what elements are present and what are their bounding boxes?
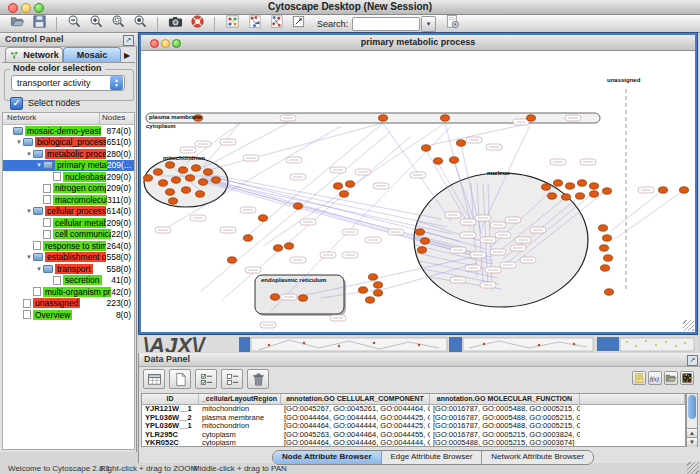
tree-row[interactable]: multi-organism pro42(0) <box>3 286 134 298</box>
network-node[interactable] <box>566 183 575 189</box>
table-row[interactable]: YPL036W__2plasma membrane[GO:0044464, GO… <box>142 414 685 423</box>
unselect-attributes-icon[interactable] <box>221 369 243 389</box>
network-node[interactable] <box>604 255 613 261</box>
network-node[interactable] <box>422 145 431 151</box>
network-node[interactable] <box>369 274 378 280</box>
column-header[interactable] <box>580 394 685 404</box>
tree-column-network[interactable]: Network <box>3 113 100 124</box>
tree-row[interactable]: macromolecule311(0) <box>3 194 134 206</box>
tab-mosaic[interactable]: Mosaic <box>63 47 121 62</box>
tree-row[interactable]: ▼metabolic process280(0) <box>3 148 134 160</box>
network-node[interactable] <box>548 193 557 199</box>
network-node[interactable] <box>159 180 168 186</box>
layout-nodes-icon[interactable] <box>244 14 264 30</box>
network-node[interactable] <box>374 282 383 288</box>
network-node[interactable] <box>590 191 599 197</box>
network-node[interactable] <box>601 265 610 271</box>
network-node[interactable] <box>680 187 689 193</box>
network-node[interactable] <box>182 187 191 193</box>
snapshot-icon[interactable] <box>165 14 185 30</box>
attribute-table-icon[interactable] <box>143 369 165 389</box>
network-node[interactable] <box>554 180 563 186</box>
network-node[interactable] <box>199 179 208 185</box>
table-row[interactable]: YKR052Ccytoplasm[GO:0044464, GO:0044446,… <box>142 439 685 447</box>
notes-icon[interactable] <box>632 371 646 385</box>
tree-row[interactable]: ▼establishment of lo558(0) <box>3 252 134 264</box>
network-node[interactable] <box>204 169 213 175</box>
zoom-selected-icon[interactable] <box>108 14 128 30</box>
expand-arrow-icon[interactable]: ▼ <box>35 162 43 168</box>
close-window-button[interactable] <box>8 3 18 13</box>
column-header[interactable]: ID <box>142 394 199 404</box>
tree-row[interactable]: cell communicat22(0) <box>3 229 134 241</box>
network-node[interactable] <box>374 290 383 296</box>
network-node[interactable] <box>603 235 612 241</box>
network-node[interactable] <box>169 198 178 204</box>
zoom-window-button[interactable] <box>34 3 44 13</box>
network-node[interactable] <box>172 177 181 183</box>
zoom-view-button[interactable] <box>172 39 181 48</box>
network-node[interactable] <box>418 247 427 253</box>
search-input[interactable] <box>352 17 420 31</box>
minimize-view-button[interactable] <box>161 39 170 48</box>
tree-row[interactable]: nitrogen compo209(0) <box>3 183 134 195</box>
network-node[interactable] <box>379 115 388 121</box>
tree-row[interactable]: response to stimul264(0) <box>3 240 134 252</box>
network-node[interactable] <box>186 175 195 181</box>
network-node[interactable] <box>434 158 443 164</box>
tree-row[interactable]: ▼transport558(0) <box>3 263 134 275</box>
open-icon[interactable] <box>7 14 27 30</box>
network-node[interactable] <box>166 189 175 195</box>
network-node[interactable] <box>212 177 221 183</box>
tree-column-nodes[interactable]: Nodes <box>100 113 134 124</box>
tree-row[interactable]: nucleobase-209(0) <box>3 171 134 183</box>
expand-arrow-icon[interactable]: ▼ <box>25 208 33 214</box>
network-node[interactable] <box>346 181 355 187</box>
annotation-icon[interactable] <box>288 14 308 30</box>
network-node[interactable] <box>578 180 587 186</box>
expand-arrow-icon[interactable]: ▼ <box>35 266 43 272</box>
network-node[interactable] <box>144 175 153 181</box>
scrollbar-thumb[interactable] <box>688 395 696 419</box>
network-node[interactable] <box>542 184 551 190</box>
tree-row[interactable]: ▼biological_process651(0) <box>3 137 134 149</box>
plugin-icon[interactable] <box>442 14 462 30</box>
layout-edges-icon[interactable] <box>266 14 286 30</box>
network-view-titlebar[interactable]: primary metabolic process <box>141 35 695 51</box>
table-row[interactable]: YPL036W__1mitochondrion[GO:0044464, GO:0… <box>142 422 685 431</box>
network-canvas[interactable]: plasma membranecytoplasmmitochondrionnuc… <box>141 51 695 332</box>
network-node[interactable] <box>299 295 308 301</box>
network-node[interactable] <box>274 245 283 251</box>
zoom-fit-icon[interactable] <box>130 14 150 30</box>
network-node[interactable] <box>576 193 585 199</box>
table-row[interactable]: YJR121W__1mitochondrion[GO:0045267, GO:0… <box>142 405 685 414</box>
function-icon[interactable]: f(x) <box>648 371 662 385</box>
network-node[interactable] <box>603 188 612 194</box>
network-node[interactable] <box>366 297 375 303</box>
network-node[interactable] <box>228 257 237 263</box>
network-node[interactable] <box>259 215 268 221</box>
network-node[interactable] <box>605 289 614 295</box>
float-panel-icon[interactable]: ↗ <box>687 355 698 366</box>
tree-row[interactable]: cellular metabol209(0) <box>3 217 134 229</box>
help-icon[interactable] <box>187 14 207 30</box>
window-resize-grip[interactable] <box>687 462 699 474</box>
select-attributes-icon[interactable] <box>195 369 217 389</box>
zoom-in-icon[interactable] <box>86 14 106 30</box>
network-node[interactable] <box>562 194 571 200</box>
network-node[interactable] <box>457 140 466 146</box>
node-color-dropdown[interactable]: transporter activity ▲▼ <box>11 75 125 91</box>
tab-network[interactable]: Network <box>5 47 63 62</box>
network-node[interactable] <box>527 115 536 121</box>
network-node[interactable] <box>600 245 609 251</box>
minimize-window-button[interactable] <box>21 3 31 13</box>
network-node[interactable] <box>599 225 608 231</box>
vizmapper-icon[interactable] <box>222 14 242 30</box>
table-scrollbar[interactable]: ▲ ▼ <box>686 393 698 447</box>
scroll-down-arrow[interactable]: ▼ <box>687 437 697 447</box>
tree-row[interactable]: ▼cellular process614(0) <box>3 206 134 218</box>
network-node[interactable] <box>340 191 349 197</box>
tab-overflow-button[interactable]: ▶ <box>121 49 133 62</box>
delete-attribute-icon[interactable] <box>247 369 269 389</box>
column-header[interactable]: annotation.GO MOLECULAR_FUNCTION <box>430 394 580 404</box>
